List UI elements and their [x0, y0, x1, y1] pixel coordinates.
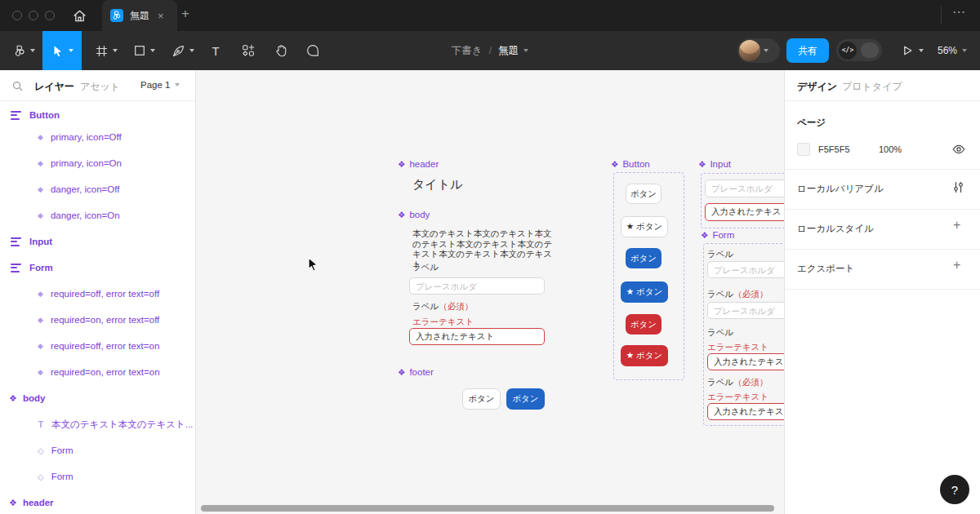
button-variant-primary-icon[interactable]: ★ ボタン	[621, 281, 668, 303]
body-frame-label[interactable]: ❖ body	[398, 210, 430, 219]
sidebar-item-variant[interactable]: ◆required=off, error text=on	[0, 335, 196, 357]
sidebar-item-variant[interactable]: ◆primary, icon=On	[0, 152, 196, 175]
input-variant-placeholder[interactable]	[705, 179, 784, 197]
button-variant-default[interactable]: ボタン	[626, 184, 662, 204]
error-text[interactable]: エラーテキスト	[412, 317, 474, 328]
sidebar-item-text-layer[interactable]: T本文のテキスト本文のテキスト...	[0, 413, 196, 436]
title-text[interactable]: タイトル	[412, 177, 462, 193]
horizontal-scrollbar[interactable]	[201, 505, 774, 512]
variables-icon[interactable]	[951, 180, 965, 194]
form-field-label-required[interactable]: ラベル（必須）	[707, 289, 768, 300]
sidebar-item-variant[interactable]: ◆danger, icon=Off	[0, 178, 196, 201]
text-input-filled[interactable]	[409, 328, 545, 345]
sidebar-item-form-instance[interactable]: ◇Form	[0, 465, 196, 488]
sidebar-item-button-set[interactable]: Button	[0, 104, 196, 126]
form-input-error[interactable]	[707, 403, 784, 420]
main-menu-button[interactable]	[8, 31, 39, 70]
local-variables-label[interactable]: ローカルバリアブル	[797, 183, 884, 195]
text-input-placeholder[interactable]	[409, 277, 545, 295]
button-set-label[interactable]: ❖ Button	[611, 159, 650, 169]
figma-logo-icon	[12, 44, 26, 58]
form-input-placeholder[interactable]	[707, 261, 784, 278]
header-frame-label[interactable]: ❖ header	[398, 159, 439, 169]
page-color-swatch[interactable]	[797, 143, 810, 156]
chevron-down-icon	[523, 49, 528, 52]
sidebar-item-variant[interactable]: ◆primary, icon=Off	[0, 126, 196, 148]
frame-tool-button[interactable]	[87, 31, 126, 70]
tab-layers[interactable]: レイヤー	[34, 80, 74, 94]
form-input-error[interactable]	[707, 353, 784, 370]
button-variant-danger[interactable]: ボタン	[626, 314, 662, 335]
button-variant-danger-icon[interactable]: ★ ボタン	[621, 345, 668, 366]
dev-mode-toggle[interactable]: </>	[836, 39, 882, 61]
overflow-menu-button[interactable]: ⋯	[952, 4, 966, 20]
form-input-placeholder[interactable]	[707, 302, 784, 319]
account-menu[interactable]	[737, 38, 780, 63]
form-error-text[interactable]: エラーテキスト	[707, 392, 768, 403]
hand-tool-button[interactable]	[268, 31, 294, 70]
footer-secondary-button[interactable]: ボタン	[462, 388, 501, 410]
local-styles-label[interactable]: ローカルスタイル	[797, 223, 874, 235]
actions-tool-button[interactable]	[235, 31, 261, 70]
layer-label: danger, icon=On	[51, 210, 120, 220]
sidebar-item-form-instance[interactable]: ◇Form	[0, 439, 196, 462]
sidebar-item-variant[interactable]: ◆required=off, error text=off	[0, 282, 196, 305]
tab-prototype[interactable]: プロトタイプ	[842, 80, 902, 94]
window-zoom-button[interactable]	[45, 11, 55, 20]
eye-icon[interactable]	[951, 142, 966, 157]
sidebar-item-form-set[interactable]: Form	[0, 256, 196, 279]
sidebar-item-variant[interactable]: ◆required=on, error text=off	[0, 308, 196, 331]
tab-design[interactable]: デザイン	[797, 80, 837, 94]
page-selector[interactable]: Page 1	[140, 80, 180, 90]
button-variant-primary[interactable]: ボタン	[626, 248, 662, 268]
footer-primary-button[interactable]: ボタン	[506, 388, 545, 410]
button-variant-default-icon[interactable]: ★ ボタン	[621, 216, 668, 237]
zoom-menu[interactable]: 56%	[938, 31, 967, 70]
home-button[interactable]	[70, 7, 88, 24]
sidebar-item-variant[interactable]: ◆required=on, error text=on	[0, 361, 196, 383]
field-label[interactable]: ラベル	[412, 262, 439, 273]
field-label-required[interactable]: ラベル（必須）	[412, 301, 473, 312]
chevron-down-icon	[175, 83, 180, 86]
window-close-button[interactable]	[12, 11, 22, 20]
component-set-icon	[11, 237, 21, 246]
canvas[interactable]: ❖ header タイトル ❖ body 本文のテキスト本文のテキスト本文のテキ…	[196, 70, 784, 514]
footer-frame-label[interactable]: ❖ footer	[398, 367, 434, 377]
file-tab[interactable]: 無題 ×	[102, 0, 177, 31]
tab-assets[interactable]: アセット	[80, 80, 120, 94]
text-tool-button[interactable]: T	[204, 31, 227, 70]
input-variant-error[interactable]	[705, 203, 784, 221]
add-export-icon[interactable]: +	[953, 258, 960, 273]
move-cursor-icon	[51, 44, 65, 58]
pen-tool-button[interactable]	[163, 31, 203, 70]
breadcrumb-file[interactable]: 無題	[498, 44, 528, 58]
new-tab-button[interactable]: +	[181, 6, 189, 22]
present-button[interactable]	[901, 31, 924, 70]
sidebar-item-body-component[interactable]: ❖body	[0, 387, 196, 410]
sidebar-item-input-set[interactable]: Input	[0, 230, 196, 253]
help-button[interactable]: ?	[940, 475, 969, 504]
form-field-label[interactable]: ラベル	[707, 327, 733, 339]
shape-tool-button[interactable]	[124, 31, 163, 70]
form-field-label-required[interactable]: ラベル（必須）	[707, 377, 768, 388]
variant-diamond-icon: ◆	[38, 133, 43, 141]
component-icon: ❖	[9, 498, 17, 508]
move-tool-button[interactable]	[42, 31, 82, 70]
form-error-text[interactable]: エラーテキスト	[707, 342, 768, 353]
page-color-opacity[interactable]: 100%	[879, 144, 902, 154]
form-set-label[interactable]: ❖ Form	[701, 230, 734, 240]
sidebar-item-header-component[interactable]: ❖header	[0, 491, 196, 514]
form-field-label[interactable]: ラベル	[707, 249, 733, 260]
window-minimize-button[interactable]	[29, 11, 38, 20]
page-color-hex[interactable]: F5F5F5	[818, 144, 850, 154]
sidebar-item-variant[interactable]: ◆danger, icon=On	[0, 204, 196, 227]
export-label[interactable]: エクスポート	[797, 263, 854, 275]
required-suffix: （必須）	[733, 377, 768, 387]
input-set-label[interactable]: ❖ Input	[698, 159, 731, 169]
tab-close-icon[interactable]: ×	[158, 11, 164, 21]
search-icon[interactable]	[11, 80, 24, 92]
add-style-icon[interactable]: +	[953, 218, 960, 233]
breadcrumb-project[interactable]: 下書き	[452, 44, 483, 58]
share-button[interactable]: 共有	[786, 38, 829, 63]
comment-tool-button[interactable]	[299, 31, 327, 70]
